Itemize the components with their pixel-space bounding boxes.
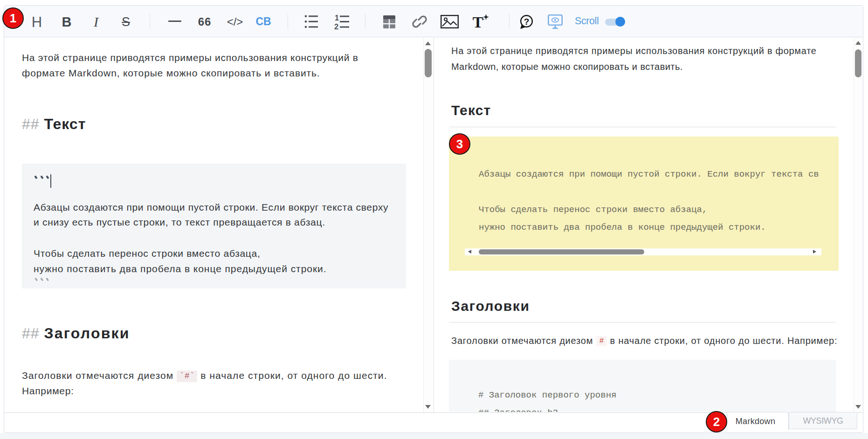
svg-text:1: 1 bbox=[335, 14, 339, 22]
svg-text:?: ? bbox=[524, 17, 530, 27]
svg-text:2: 2 bbox=[334, 22, 338, 30]
